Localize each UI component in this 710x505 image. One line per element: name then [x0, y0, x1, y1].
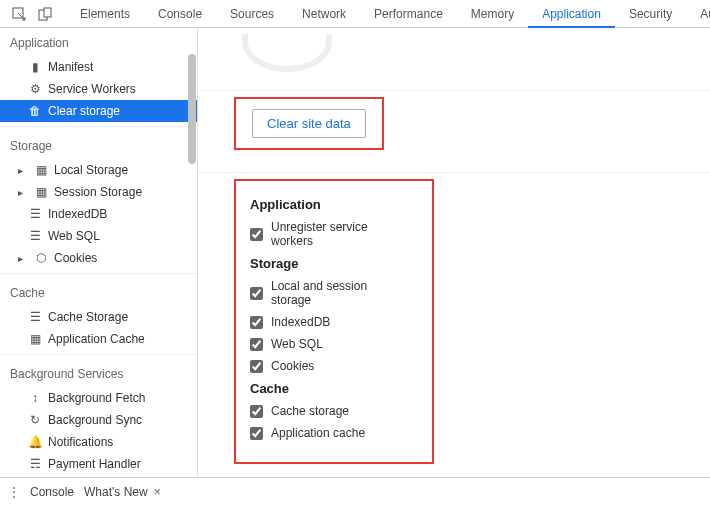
highlight-checkbox-groups: ApplicationUnregister service workersSto… — [234, 179, 434, 464]
sidebar-item-label: Local Storage — [54, 163, 128, 177]
sidebar-section-title: Storage — [0, 131, 197, 159]
divider — [0, 354, 197, 355]
tab-memory[interactable]: Memory — [457, 0, 528, 28]
checkbox-row[interactable]: Local and session storage — [250, 279, 408, 307]
db-icon: ☰ — [28, 310, 42, 324]
sidebar-item-payment-handler[interactable]: ☴Payment Handler — [0, 453, 197, 475]
drawer-tab-console[interactable]: Console — [30, 485, 74, 499]
db-icon: ☰ — [28, 207, 42, 221]
divider — [0, 126, 197, 127]
checkbox-group-title: Storage — [250, 256, 408, 271]
checkbox-row[interactable]: IndexedDB — [250, 315, 408, 329]
checkbox-label: Local and session storage — [271, 279, 408, 307]
sidebar-item-clear-storage[interactable]: 🗑Clear storage — [0, 100, 197, 122]
checkbox-label: IndexedDB — [271, 315, 330, 329]
chevron-right-icon[interactable]: ▸ — [18, 187, 28, 198]
checkbox-web-sql[interactable] — [250, 338, 263, 351]
device-toggle-icon[interactable] — [32, 2, 58, 25]
grid-icon: ▦ — [28, 332, 42, 346]
db-icon: ☰ — [28, 229, 42, 243]
sidebar-item-label: IndexedDB — [48, 207, 107, 221]
sidebar-scrollbar-thumb[interactable] — [188, 54, 196, 164]
grid-icon: ▦ — [34, 163, 48, 177]
drawer-menu-icon[interactable]: ⋮ — [8, 485, 20, 499]
sidebar-section-title: Cache — [0, 278, 197, 306]
tab-audits[interactable]: Audits — [686, 0, 710, 28]
tab-sources[interactable]: Sources — [216, 0, 288, 28]
tab-elements[interactable]: Elements — [66, 0, 144, 28]
sidebar-item-web-sql[interactable]: ☰Web SQL — [0, 225, 197, 247]
grid-icon: ▦ — [34, 185, 48, 199]
sidebar: Application▮Manifest⚙Service Workers🗑Cle… — [0, 28, 198, 477]
checkbox-cache-storage[interactable] — [250, 405, 263, 418]
sidebar-item-label: Notifications — [48, 435, 113, 449]
tab-console[interactable]: Console — [144, 0, 216, 28]
sidebar-item-label: Manifest — [48, 60, 93, 74]
sidebar-item-label: Service Workers — [48, 82, 136, 96]
sidebar-item-label: Clear storage — [48, 104, 120, 118]
usage-chart-stub — [242, 34, 332, 72]
tab-security[interactable]: Security — [615, 0, 686, 28]
chevron-right-icon[interactable]: ▸ — [18, 253, 28, 264]
devtools-tabs: Elements Console Sources Network Perform… — [0, 0, 710, 28]
sidebar-item-manifest[interactable]: ▮Manifest — [0, 56, 197, 78]
sidebar-item-indexeddb[interactable]: ☰IndexedDB — [0, 203, 197, 225]
sidebar-section-title: Application — [0, 28, 197, 56]
sidebar-item-local-storage[interactable]: ▸▦Local Storage — [0, 159, 197, 181]
checkbox-label: Cache storage — [271, 404, 349, 418]
checkbox-label: Application cache — [271, 426, 365, 440]
sidebar-item-label: Payment Handler — [48, 457, 141, 471]
tab-application[interactable]: Application — [528, 0, 615, 28]
sync-icon: ↻ — [28, 413, 42, 427]
checkbox-row[interactable]: Cookies — [250, 359, 408, 373]
sidebar-item-label: Cookies — [54, 251, 97, 265]
divider — [0, 273, 197, 274]
sidebar-item-push-messaging[interactable]: ✉Push Messaging — [0, 475, 197, 477]
close-icon[interactable]: × — [152, 485, 163, 499]
checkbox-row[interactable]: Cache storage — [250, 404, 408, 418]
tab-performance[interactable]: Performance — [360, 0, 457, 28]
content-pane: Clear site data ApplicationUnregister se… — [198, 28, 710, 477]
fetch-icon: ↕ — [28, 391, 42, 405]
sidebar-item-background-sync[interactable]: ↻Background Sync — [0, 409, 197, 431]
sidebar-item-cookies[interactable]: ▸⬡Cookies — [0, 247, 197, 269]
svg-rect-2 — [44, 8, 51, 17]
sidebar-item-application-cache[interactable]: ▦Application Cache — [0, 328, 197, 350]
checkbox-cookies[interactable] — [250, 360, 263, 373]
checkbox-unregister-service-workers[interactable] — [250, 228, 263, 241]
gear-icon: ⚙ — [28, 82, 42, 96]
sidebar-section-title: Background Services — [0, 359, 197, 387]
sidebar-item-notifications[interactable]: 🔔Notifications — [0, 431, 197, 453]
checkbox-row[interactable]: Application cache — [250, 426, 408, 440]
sidebar-item-cache-storage[interactable]: ☰Cache Storage — [0, 306, 197, 328]
checkbox-row[interactable]: Web SQL — [250, 337, 408, 351]
highlight-clear-button: Clear site data — [234, 97, 384, 150]
cookie-icon: ⬡ — [34, 251, 48, 265]
clear-site-data-button[interactable]: Clear site data — [252, 109, 366, 138]
trash-icon: 🗑 — [28, 104, 42, 118]
checkbox-local-and-session-storage[interactable] — [250, 287, 263, 300]
checkbox-label: Web SQL — [271, 337, 323, 351]
checkbox-group-title: Application — [250, 197, 408, 212]
sidebar-item-label: Application Cache — [48, 332, 145, 346]
checkbox-indexeddb[interactable] — [250, 316, 263, 329]
drawer-tab-whatsnew[interactable]: What's New × — [84, 485, 163, 499]
sidebar-item-session-storage[interactable]: ▸▦Session Storage — [0, 181, 197, 203]
checkbox-application-cache[interactable] — [250, 427, 263, 440]
main-area: Application▮Manifest⚙Service Workers🗑Cle… — [0, 28, 710, 477]
sidebar-item-label: Background Fetch — [48, 391, 145, 405]
card-icon: ☴ — [28, 457, 42, 471]
bell-icon: 🔔 — [28, 435, 42, 449]
drawer-tabs: ⋮ Console What's New × — [0, 477, 710, 505]
sidebar-item-label: Web SQL — [48, 229, 100, 243]
sidebar-item-label: Cache Storage — [48, 310, 128, 324]
divider — [198, 172, 710, 173]
chevron-right-icon[interactable]: ▸ — [18, 165, 28, 176]
sidebar-item-service-workers[interactable]: ⚙Service Workers — [0, 78, 197, 100]
checkbox-group-title: Cache — [250, 381, 408, 396]
sidebar-item-background-fetch[interactable]: ↕Background Fetch — [0, 387, 197, 409]
checkbox-label: Cookies — [271, 359, 314, 373]
inspect-icon[interactable] — [6, 2, 32, 25]
checkbox-row[interactable]: Unregister service workers — [250, 220, 408, 248]
tab-network[interactable]: Network — [288, 0, 360, 28]
